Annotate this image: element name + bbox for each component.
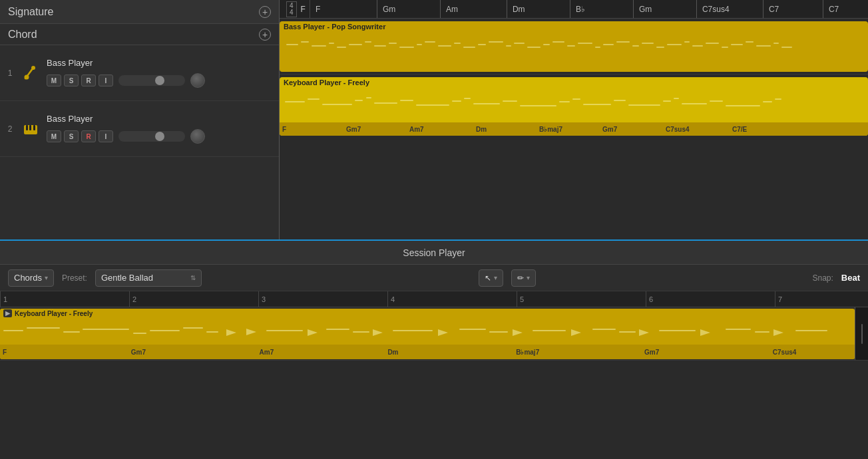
record-button-2[interactable]: R xyxy=(81,130,96,142)
chord-Dm: Dm xyxy=(507,0,570,18)
kb-chord-Bbmaj7: B♭maj7 xyxy=(539,126,602,133)
chord-Am: Am xyxy=(440,0,507,18)
record-button-1[interactable]: R xyxy=(81,75,96,86)
chords-chevron-icon: ▾ xyxy=(45,274,48,281)
track-item-2: 2 Bass Player M S R I xyxy=(0,101,279,157)
svg-rect-49 xyxy=(308,98,320,100)
svg-marker-84 xyxy=(308,329,318,336)
svg-marker-99 xyxy=(700,329,710,336)
input-button-2[interactable]: I xyxy=(99,130,113,142)
chord-ruler: 44 F F Gm Am Dm B♭ Gm C7sus4 C7 C7 xyxy=(280,0,868,19)
chord-Gm: Gm xyxy=(377,0,440,18)
cursor-icon: ↖ xyxy=(485,273,491,283)
svg-rect-48 xyxy=(285,101,305,102)
svg-rect-79 xyxy=(183,327,203,329)
svg-rect-51 xyxy=(355,100,363,101)
input-button-1[interactable]: I xyxy=(99,75,113,86)
svg-marker-97 xyxy=(639,329,649,336)
svg-rect-46 xyxy=(773,43,779,44)
beat-2: 2 xyxy=(129,291,136,307)
chords-dropdown[interactable]: Chords ▾ xyxy=(8,269,54,287)
svg-rect-74 xyxy=(27,327,60,329)
svg-rect-36 xyxy=(642,43,654,44)
svg-rect-57 xyxy=(464,98,471,99)
svg-rect-71 xyxy=(763,101,772,102)
svg-rect-98 xyxy=(659,330,696,331)
svg-rect-11 xyxy=(329,43,334,44)
pan-knob-1[interactable] xyxy=(190,73,205,88)
svg-marker-82 xyxy=(246,329,256,335)
kb-chord-C7sus4: C7sus4 xyxy=(666,126,732,133)
svg-rect-13 xyxy=(349,44,362,45)
svg-rect-59 xyxy=(503,100,517,102)
cursor-tool-button[interactable]: ↖ ▾ xyxy=(479,269,503,287)
svg-rect-53 xyxy=(374,102,397,104)
svg-rect-29 xyxy=(552,41,564,43)
bass-guitar-icon xyxy=(20,63,41,84)
svg-marker-92 xyxy=(513,329,523,336)
svg-marker-89 xyxy=(438,329,448,336)
chord-Gm2: Gm xyxy=(633,0,696,18)
track-controls-2: M S R I xyxy=(47,129,274,144)
solo-button-2[interactable]: S xyxy=(64,130,79,142)
svg-rect-14 xyxy=(365,41,371,43)
svg-rect-38 xyxy=(667,44,682,45)
chord-C7: C7 xyxy=(763,0,823,18)
svg-rect-8 xyxy=(286,44,298,45)
svg-rect-67 xyxy=(674,98,679,99)
add-signature-button[interactable]: + xyxy=(259,6,271,18)
track-lane-2: Keyboard Player - Freely xyxy=(280,75,868,133)
svg-rect-50 xyxy=(322,104,352,105)
beat-5: 5 xyxy=(517,291,524,307)
preset-select[interactable]: Gentle Ballad ⇅ xyxy=(95,269,202,287)
play-icon: ▶ xyxy=(3,309,12,317)
svg-rect-15 xyxy=(374,45,386,47)
volume-slider-2[interactable] xyxy=(118,131,185,142)
svg-rect-69 xyxy=(710,100,723,102)
svg-rect-45 xyxy=(756,45,771,47)
svg-rect-77 xyxy=(133,333,146,334)
svg-rect-52 xyxy=(366,97,371,98)
svg-rect-96 xyxy=(619,331,636,333)
mute-button-2[interactable]: M xyxy=(47,130,61,142)
svg-marker-81 xyxy=(226,329,236,336)
mute-button-1[interactable]: M xyxy=(47,75,61,86)
svg-rect-21 xyxy=(454,43,461,44)
svg-rect-7 xyxy=(33,125,35,130)
mini-keyboard-pattern[interactable]: ▶ Keyboard Player - Freely xyxy=(0,309,855,359)
volume-slider-1[interactable] xyxy=(118,75,185,86)
svg-rect-100 xyxy=(726,329,751,330)
svg-rect-23 xyxy=(478,44,486,45)
track-number-2: 2 xyxy=(5,124,15,134)
solo-button-1[interactable]: S xyxy=(64,75,79,86)
session-player-header: Session Player xyxy=(0,241,868,265)
track-list: Signature + Chord + 1 Bass Player xyxy=(0,0,280,239)
track-number-1: 1 xyxy=(5,69,15,78)
svg-rect-37 xyxy=(656,47,664,48)
svg-rect-19 xyxy=(425,41,435,43)
beat-4: 4 xyxy=(387,291,395,307)
chord-header: Chord + xyxy=(0,24,279,45)
signature-header: Signature + xyxy=(0,0,279,24)
pan-knob-2[interactable] xyxy=(190,129,205,144)
pencil-tool-button[interactable]: ✏ ▾ xyxy=(511,269,536,287)
piano-content: ▶ Keyboard Player - Freely xyxy=(0,307,868,431)
svg-rect-60 xyxy=(520,105,556,106)
resize-handle[interactable] xyxy=(855,307,868,360)
svg-rect-20 xyxy=(438,45,451,47)
svg-rect-44 xyxy=(746,41,754,43)
sp-chord-Gm7: Gm7 xyxy=(131,349,260,356)
timeline-area: 44 F F Gm Am Dm B♭ Gm C7sus4 C7 C7 Bass … xyxy=(280,0,868,239)
svg-rect-30 xyxy=(567,45,575,47)
add-chord-button[interactable]: + xyxy=(259,29,271,41)
keyboard-pattern-block[interactable]: Keyboard Player - Freely xyxy=(280,77,868,136)
mini-note-area xyxy=(0,318,855,341)
chord-bottom-labels: F Gm7 Am7 Dm B♭maj7 Gm7 C7sus4 xyxy=(0,345,855,359)
svg-rect-76 xyxy=(83,329,129,330)
beat-ruler: 1 2 3 4 5 6 7 xyxy=(0,291,868,307)
svg-rect-39 xyxy=(684,41,690,43)
track-lane-1: Bass Player - Pop Songwriter xyxy=(280,19,868,75)
svg-rect-43 xyxy=(731,44,743,45)
svg-rect-83 xyxy=(266,330,303,331)
bass-pattern-block[interactable]: Bass Player - Pop Songwriter xyxy=(280,21,868,72)
